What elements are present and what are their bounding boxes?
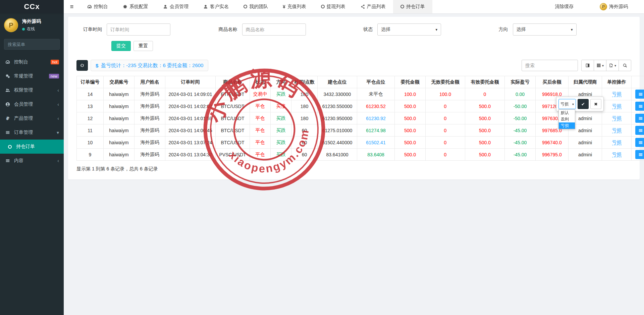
online-dot-icon	[22, 28, 25, 31]
col-header-11: 无效委托金额	[426, 76, 465, 88]
win-loss-edit-link[interactable]: 亏损	[612, 127, 622, 133]
col-header-17: 操作	[632, 76, 644, 88]
caret-down-icon: ▾	[614, 64, 616, 67]
col-header-2: 用户姓名	[135, 76, 165, 88]
sidebar-item-2[interactable]: 权限管理‹	[0, 83, 64, 97]
reset-button[interactable]: 重置	[133, 41, 153, 51]
win-loss-edit-link[interactable]: 亏损	[612, 140, 622, 145]
detail-view-icon	[585, 63, 590, 68]
win-loss-select[interactable]: 亏损 ▾	[558, 99, 576, 109]
refresh-button[interactable]	[76, 60, 88, 71]
dropdown-option[interactable]: 默认	[559, 110, 575, 116]
filter-order-time: 订单时间	[76, 23, 212, 36]
table-view-buttons: ▾ ▾	[581, 60, 631, 71]
gears-icon	[5, 74, 11, 78]
caret-down-icon: ▾	[435, 28, 437, 32]
avatar: P	[600, 3, 607, 10]
top-nav-item-0[interactable]: 控制台	[80, 0, 115, 13]
list-icon	[638, 104, 643, 109]
sidebar-toggle-icon[interactable]: ≡	[64, 0, 80, 13]
clear-cache-button[interactable]: 清除缓存	[553, 4, 574, 10]
top-nav-item-8[interactable]: 持仓订单	[393, 0, 432, 13]
top-nav-item-7[interactable]: 产品列表	[353, 0, 393, 13]
cancel-button[interactable]: ✖	[590, 99, 601, 109]
user-info-button[interactable]: 用户信息	[635, 102, 644, 111]
top-nav-item-2[interactable]: 会员管理	[156, 0, 196, 13]
col-header-1: 交易账号	[104, 76, 135, 88]
table-search-input[interactable]	[522, 60, 578, 71]
export-button[interactable]: ▾	[606, 60, 619, 71]
dropdown-option[interactable]: 盈利	[559, 116, 575, 122]
order-time-input[interactable]	[107, 23, 170, 36]
sidebar-item-3[interactable]: 会员管理‹	[0, 97, 64, 111]
columns-button[interactable]: ▾	[594, 60, 606, 71]
top-nav-item-3[interactable]: 客户实名	[196, 0, 236, 13]
detail-view-button[interactable]	[581, 60, 594, 71]
user-info-button[interactable]: 用户信息	[635, 150, 644, 159]
list-icon	[638, 116, 643, 121]
status-select[interactable]: 选择 ▾	[377, 23, 441, 36]
user-info-button[interactable]: 用户信息	[635, 138, 644, 147]
chevron-left-icon: ‹	[57, 116, 59, 121]
win-loss-edit-link[interactable]: 亏损	[612, 115, 622, 121]
product-name-input[interactable]	[242, 23, 306, 36]
win-loss-edit-link[interactable]: 亏损	[612, 103, 622, 109]
col-header-3: 订单时间	[165, 76, 216, 88]
sidebar-item-7[interactable]: 内容‹	[0, 154, 64, 168]
yen-icon: ¥	[283, 4, 285, 9]
top-nav: 控制台系统配置会员管理客户实名我的团队¥充值列表提现列表产品列表持仓订单	[80, 0, 553, 13]
user-info-button[interactable]: 用户信息	[635, 90, 644, 99]
col-header-4: 商品名称	[216, 76, 250, 88]
sidebar-item-0[interactable]: 控制台hot	[0, 55, 64, 69]
user-icon	[163, 4, 168, 9]
circle-icon	[321, 4, 325, 9]
menu-search-input[interactable]	[8, 42, 67, 47]
search-icon	[623, 63, 627, 68]
online-status: 在线	[22, 26, 41, 32]
win-loss-edit-link[interactable]: 亏损	[612, 91, 622, 97]
close-icon: ✖	[594, 102, 598, 107]
user-info-button[interactable]: 用户信息	[635, 114, 644, 123]
search-button[interactable]	[619, 60, 631, 71]
filter-status: 状态 选择 ▾	[347, 23, 483, 36]
top-nav-item-1[interactable]: 系统配置	[115, 0, 156, 13]
user-info-button[interactable]: 用户信息	[635, 126, 644, 135]
col-header-7: 时间/点数	[291, 76, 318, 88]
win-loss-edit-link[interactable]: 亏损	[612, 152, 622, 157]
sidebar-item-1[interactable]: 常规管理new	[0, 69, 64, 83]
caret-down-icon: ▾	[602, 64, 604, 67]
confirm-button[interactable]: ✔	[578, 99, 589, 109]
submit-button[interactable]: 提交	[111, 41, 131, 51]
top-nav-item-6[interactable]: 提现列表	[314, 0, 353, 13]
sidebar-item-5[interactable]: 订单管理▾	[0, 125, 64, 140]
col-header-12: 有效委托金额	[465, 76, 505, 88]
badge-new: new	[49, 74, 59, 78]
list-icon	[5, 158, 11, 163]
top-nav-item-4[interactable]: 我的团队	[236, 0, 275, 13]
sidebar-item-4[interactable]: ₽产品管理‹	[0, 111, 64, 125]
direction-select[interactable]: 选择 ▾	[513, 23, 577, 36]
share-icon	[360, 4, 365, 9]
circle-icon	[7, 145, 13, 149]
col-header-9: 平仓点位	[357, 76, 395, 88]
list-icon	[638, 128, 643, 133]
col-header-16: 单控操作	[602, 76, 632, 88]
sidebar-user-panel: P 海外源码 在线	[0, 13, 64, 36]
badge-hot: hot	[51, 60, 59, 64]
user-icon	[203, 4, 208, 9]
table-row: 9haiwaiym海外源码2024-03-01 13:04:37PVSC/USD…	[77, 149, 644, 161]
dropdown-option[interactable]: 亏损	[559, 122, 575, 129]
pagination-summary: 显示第 1 到第 6 条记录，总共 6 条记录	[76, 166, 631, 172]
menu-search	[4, 39, 60, 50]
sidebar-menu: 控制台hot常规管理new权限管理‹会员管理‹₽产品管理‹订单管理▾持仓订单内容…	[0, 55, 64, 168]
users-icon	[5, 88, 11, 93]
user-menu[interactable]: P 海外源码	[600, 3, 628, 10]
export-icon	[609, 63, 613, 68]
dollar-icon: $	[96, 63, 98, 68]
top-nav-item-5[interactable]: ¥充值列表	[275, 0, 314, 13]
main-content: 订单时间 商品名称 状态 选择 ▾ 方向 选择 ▾	[64, 13, 644, 315]
col-header-13: 实际盈亏	[505, 76, 536, 88]
sidebar-item-6[interactable]: 持仓订单	[0, 140, 64, 154]
app-logo: CCx	[0, 0, 64, 13]
circle-icon	[400, 4, 404, 9]
